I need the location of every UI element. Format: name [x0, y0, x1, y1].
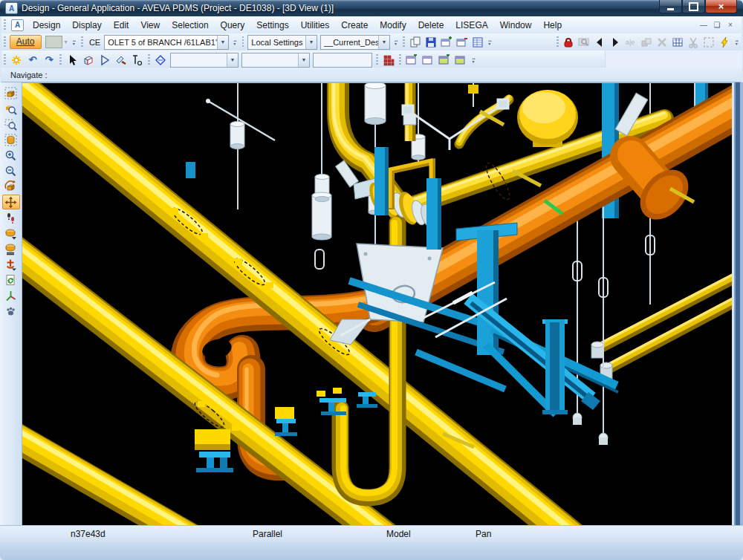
settings-scope-combobox[interactable]: Local Settings ▼ — [247, 35, 317, 50]
menu-help[interactable]: Help — [537, 19, 568, 32]
toolbar-grip[interactable] — [81, 36, 83, 48]
mdi-close-button[interactable]: × — [724, 19, 737, 30]
menu-window[interactable]: Window — [494, 19, 538, 32]
window-green-new-icon[interactable] — [436, 53, 452, 68]
zoom-to-selection-icon[interactable] — [2, 101, 20, 116]
mdi-minimize-button[interactable]: — — [697, 19, 710, 30]
solid-box-icon[interactable] — [80, 53, 97, 68]
toolbar-overflow[interactable]: ••▾ — [733, 39, 742, 45]
toolbar-grip[interactable] — [399, 54, 401, 65]
menu-edit[interactable]: Edit — [108, 19, 135, 32]
menu-delete[interactable]: Delete — [412, 19, 450, 32]
zoom-element-icon[interactable] — [2, 132, 20, 147]
save-icon[interactable] — [423, 35, 438, 50]
toolbar-grip[interactable] — [4, 54, 6, 65]
steel-channel-vertical[interactable] — [542, 319, 568, 414]
clipping-icon[interactable] — [113, 53, 129, 68]
menu-lisega[interactable]: LISEGA — [450, 19, 493, 32]
toolbar-grip[interactable] — [4, 19, 6, 30]
lock-icon[interactable] — [561, 35, 577, 50]
design-db-combobox[interactable]: __Current_Desig ▼ — [320, 35, 390, 50]
view-axes-icon[interactable] — [2, 288, 20, 303]
zoom-in-icon[interactable] — [2, 148, 20, 163]
view-scale-field[interactable] — [313, 53, 372, 68]
toolbar-grip[interactable] — [403, 36, 405, 48]
toolbar-grip[interactable] — [4, 36, 6, 48]
close-button[interactable]: × — [705, 0, 737, 13]
window-close-icon[interactable] — [420, 53, 436, 68]
members-list-icon[interactable] — [470, 35, 485, 50]
menu-design[interactable]: Design — [27, 19, 66, 32]
screen-query-icon[interactable] — [577, 35, 592, 50]
walk-mode-icon[interactable] — [2, 210, 20, 225]
pan-view-icon[interactable] — [2, 195, 20, 209]
toolbar-overflow[interactable]: ••▾ — [392, 39, 400, 45]
menu-view[interactable]: View — [134, 19, 166, 32]
zoom-rectangle-icon[interactable] — [2, 117, 20, 131]
measure-icon[interactable] — [129, 53, 146, 68]
view-elevation-icon[interactable] — [2, 241, 20, 256]
remove-view-icon[interactable] — [454, 35, 470, 50]
view-direction-combobox[interactable]: ▼ — [170, 53, 239, 68]
menu-create[interactable]: Create — [335, 19, 374, 32]
mdi-restore-button[interactable]: ❏ — [710, 19, 724, 30]
delete-cross-icon[interactable] — [655, 35, 670, 50]
menu-modify[interactable]: Modify — [374, 19, 412, 32]
chevron-down-icon[interactable]: ▼ — [378, 36, 389, 49]
view-settings-icon[interactable] — [2, 304, 20, 319]
menu-display[interactable]: Display — [66, 19, 107, 32]
minimize-button[interactable] — [659, 0, 682, 13]
menu-utilities[interactable]: Utilities — [295, 19, 336, 32]
menu-selection[interactable]: Selection — [166, 19, 214, 32]
flash-icon[interactable] — [717, 35, 733, 50]
rotate-view-icon[interactable] — [2, 179, 20, 194]
grid-view-icon[interactable] — [670, 35, 686, 50]
create-view-icon[interactable] — [438, 35, 454, 50]
orientate-diamond-icon[interactable] — [152, 53, 169, 68]
toolbar-overflow[interactable]: ••▾ — [71, 39, 79, 45]
toolbar-grip[interactable] — [148, 54, 150, 65]
3d-viewport[interactable] — [22, 82, 732, 525]
view-anchor-icon[interactable] — [2, 257, 20, 272]
rename-icon[interactable]: a|e — [623, 35, 639, 50]
cut-icon[interactable] — [686, 35, 701, 50]
toolbar-overflow[interactable]: ••▾ — [231, 39, 239, 45]
compare-icon[interactable] — [639, 35, 655, 50]
ce-element-combobox[interactable]: OLET 5 of BRANCH /61LAB1' ▼ — [104, 35, 229, 50]
zoom-out-icon[interactable] — [2, 163, 20, 178]
colour-swatch-dropdown[interactable] — [45, 36, 62, 48]
toolbar-grip[interactable] — [557, 36, 559, 48]
view-mode-combobox[interactable]: ▼ — [241, 53, 310, 68]
view-plan-icon[interactable] — [2, 226, 20, 241]
window-new-icon[interactable] — [403, 53, 420, 68]
chevron-down-icon[interactable]: ▼ — [217, 36, 228, 49]
window-green-close-icon[interactable] — [452, 53, 469, 68]
toolbar-grip[interactable] — [59, 54, 62, 65]
toolbar-grip[interactable] — [242, 36, 244, 48]
auto-button[interactable]: Auto — [10, 35, 42, 49]
copy-icon[interactable] — [407, 35, 423, 50]
borders-grid-icon[interactable] — [380, 53, 397, 68]
refresh-view-icon[interactable] — [2, 273, 20, 287]
toolbar-overflow[interactable]: ••▾ — [486, 39, 494, 45]
previous-icon[interactable] — [592, 35, 608, 50]
menu-query[interactable]: Query — [215, 19, 251, 32]
maximize-button[interactable] — [682, 0, 705, 13]
app-icon: A — [5, 2, 18, 14]
chevron-down-icon[interactable]: ▼ — [305, 36, 317, 49]
highlight-star-icon[interactable] — [8, 53, 25, 68]
steel-fragment[interactable] — [186, 162, 195, 178]
chevron-down-icon[interactable]: ▼ — [227, 53, 238, 67]
next-icon[interactable] — [608, 35, 623, 50]
menu-settings[interactable]: Settings — [250, 19, 294, 32]
undo-icon[interactable]: ↶ — [25, 53, 41, 68]
chevron-down-icon[interactable]: ▼ — [298, 53, 309, 67]
play-walkthrough-icon[interactable] — [97, 53, 113, 68]
minimize-icon — [667, 8, 674, 10]
walk-to-selection-icon[interactable] — [2, 85, 20, 100]
bounds-icon[interactable] — [701, 35, 717, 50]
toolbar-grip[interactable] — [376, 54, 378, 65]
toolbar-overflow[interactable]: ••▾ — [470, 57, 478, 63]
pointer-icon[interactable] — [64, 53, 80, 68]
redo-icon[interactable]: ↷ — [41, 53, 57, 68]
